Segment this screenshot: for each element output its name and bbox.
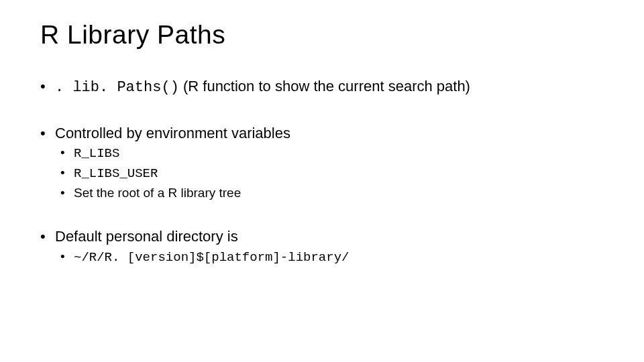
bullet-item-3: Default personal directory is ~/R/R. [ve… [40, 227, 604, 266]
slide-title: R Library Paths [40, 20, 604, 50]
code-personal-dir: ~/R/R. [version]$[platform]-library/ [74, 250, 349, 265]
bullet-item-1: . lib. Paths() (R function to show the c… [40, 76, 604, 98]
sub-bullet-setroot: Set the root of a R library tree [55, 184, 604, 202]
code-libpaths: . lib. Paths() [55, 79, 179, 96]
code-rlibs: R_LIBS [74, 146, 119, 161]
sub-bullet-rlibsuser: R_LIBS_USER [55, 164, 604, 183]
bullet-2-label: Controlled by environment variables [55, 125, 290, 141]
bullet-list: . lib. Paths() (R function to show the c… [40, 76, 604, 267]
bullet-1-text: (R function to show the current search p… [179, 78, 470, 95]
bullet-item-2: Controlled by environment variables R_LI… [40, 123, 604, 202]
code-rlibsuser: R_LIBS_USER [74, 166, 158, 181]
sub-bullet-list-1: R_LIBS R_LIBS_USER Set the root of a R l… [55, 144, 604, 201]
sub-bullet-list-2: ~/R/R. [version]$[platform]-library/ [55, 248, 604, 267]
bullet-3-label: Default personal directory is [55, 228, 238, 245]
sub-bullet-personal-dir: ~/R/R. [version]$[platform]-library/ [55, 248, 604, 267]
sub-bullet-rlibs: R_LIBS [55, 144, 604, 163]
sub-bullet-setroot-text: Set the root of a R library tree [74, 186, 241, 200]
